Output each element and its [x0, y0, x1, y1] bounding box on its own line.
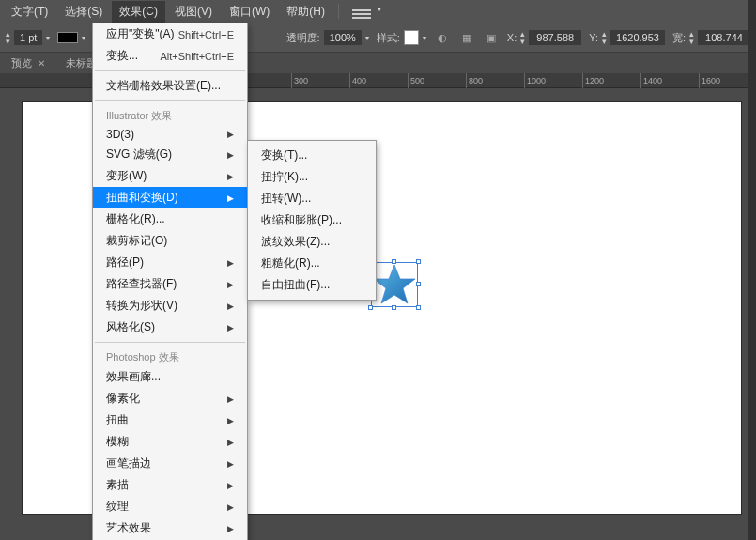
- opacity-field[interactable]: 透明度: 100% ▾: [286, 30, 369, 45]
- tab-label: 预览: [11, 56, 32, 70]
- menu-bar: 文字(T) 选择(S) 效果(C) 视图(V) 窗口(W) 帮助(H) ▾: [0, 0, 756, 23]
- coord-x-field[interactable]: X: ▴▾ 987.588: [507, 30, 581, 45]
- resize-handle[interactable]: [416, 282, 421, 286]
- menu-item-ai-5[interactable]: 裁剪标记(O): [93, 230, 247, 252]
- menu-item-label: 扭曲: [106, 412, 129, 428]
- menu-item-last-effect[interactable]: 变换... Alt+Shift+Ctrl+E: [93, 45, 247, 67]
- submenu-arrow-icon: ▶: [227, 502, 234, 512]
- menu-item-label: 风格化(S): [106, 319, 155, 335]
- menu-item-label: 模糊: [106, 434, 129, 450]
- menu-item-ps-2[interactable]: 扭曲▶: [93, 409, 247, 431]
- menu-item-ps-0[interactable]: 效果画廊...: [93, 366, 247, 388]
- graphic-style-field[interactable]: 样式: ▾: [377, 30, 426, 45]
- menu-item-ai-8[interactable]: 转换为形状(V)▶: [93, 295, 247, 316]
- close-icon[interactable]: ✕: [38, 58, 45, 69]
- resize-handle[interactable]: [368, 305, 373, 310]
- menu-item-ai-1[interactable]: SVG 滤镜(G)▶: [93, 144, 247, 165]
- panel-dock-bar[interactable]: [748, 0, 756, 540]
- separator: [95, 100, 245, 101]
- resize-handle[interactable]: [416, 259, 421, 264]
- menu-help[interactable]: 帮助(H): [279, 1, 332, 23]
- coord-y-value[interactable]: 1620.953: [610, 30, 665, 45]
- align-grid-icon[interactable]: ▦: [458, 29, 475, 46]
- style-label: 样式:: [377, 31, 400, 45]
- menu-view[interactable]: 视图(V): [167, 1, 220, 23]
- menu-item-ps-7[interactable]: 艺术效果▶: [93, 517, 247, 539]
- coord-y-field[interactable]: Y: ▴▾ 1620.953: [589, 30, 665, 45]
- stepper-icon: ▴▾: [520, 30, 525, 45]
- stroke-weight-field[interactable]: ▴▾ 1 pt ▾: [6, 30, 50, 45]
- menu-item-label: 路径(P): [106, 255, 144, 270]
- chevron-down-icon: ▾: [46, 34, 50, 42]
- separator: [95, 342, 245, 343]
- menu-item-label: 3D(3): [106, 128, 134, 141]
- resize-handle[interactable]: [392, 259, 396, 264]
- width-field[interactable]: 宽: ▴▾ 108.744: [672, 30, 750, 45]
- menu-item-label: 素描: [106, 477, 129, 493]
- menu-item-ai-6[interactable]: 路径(P)▶: [93, 252, 247, 273]
- coord-x-value[interactable]: 987.588: [529, 30, 581, 45]
- separator: [338, 4, 339, 19]
- menu-item-ai-0[interactable]: 3D(3)▶: [93, 125, 247, 144]
- svg-marker-0: [374, 265, 415, 303]
- submenu-arrow-icon: ▶: [227, 150, 234, 160]
- submenu-item-0[interactable]: 变换(T)...: [248, 145, 376, 166]
- menu-effect[interactable]: 效果(C): [112, 1, 165, 23]
- list-icon: [352, 9, 371, 23]
- width-value[interactable]: 108.744: [698, 30, 750, 45]
- submenu-item-3[interactable]: 收缩和膨胀(P)...: [248, 209, 376, 231]
- ruler-tick: 400: [349, 73, 366, 88]
- menu-item-ps-3[interactable]: 模糊▶: [93, 431, 247, 453]
- submenu-arrow-icon: ▶: [227, 438, 234, 447]
- menu-item-label: 效果画廊...: [106, 369, 161, 385]
- menu-window[interactable]: 窗口(W): [222, 1, 277, 23]
- menu-item-label: 裁剪标记(O): [106, 233, 167, 249]
- menu-item-ai-3[interactable]: 扭曲和变换(D)▶: [93, 187, 247, 208]
- menu-item-ps-1[interactable]: 像素化▶: [93, 388, 247, 409]
- menu-item-apply-last-effect[interactable]: 应用"变换"(A) Shift+Ctrl+E: [93, 23, 247, 45]
- submenu-item-4[interactable]: 波纹效果(Z)...: [248, 231, 376, 253]
- submenu-item-2[interactable]: 扭转(W)...: [248, 188, 376, 209]
- resize-handle[interactable]: [392, 305, 396, 310]
- selected-star-object[interactable]: [371, 262, 418, 307]
- submenu-item-6[interactable]: 自由扭曲(F)...: [248, 274, 376, 296]
- distort-transform-submenu: 变换(T)...扭拧(K)...扭转(W)...收缩和膨胀(P)...波纹效果(…: [247, 140, 377, 301]
- menu-text[interactable]: 文字(T): [4, 1, 55, 23]
- submenu-item-1[interactable]: 扭拧(K)...: [248, 166, 376, 188]
- menu-item-label: 转换为形状(V): [106, 298, 177, 314]
- resize-handle[interactable]: [416, 305, 421, 310]
- section-label-illustrator: Illustrator 效果: [93, 105, 247, 125]
- menu-item-label: 应用"变换"(A): [106, 26, 175, 42]
- menu-item-ps-5[interactable]: 素描▶: [93, 474, 247, 496]
- menu-item-ps-4[interactable]: 画笔描边▶: [93, 453, 247, 474]
- transform-panel-icon[interactable]: ▣: [483, 29, 500, 46]
- stroke-cap-control[interactable]: ▾: [57, 32, 85, 43]
- effects-menu-dropdown: 应用"变换"(A) Shift+Ctrl+E 变换... Alt+Shift+C…: [92, 23, 248, 540]
- menu-item-label: 纹理: [106, 499, 129, 515]
- submenu-arrow-icon: ▶: [227, 193, 234, 203]
- menu-item-ai-4[interactable]: 栅格化(R)...: [93, 208, 247, 230]
- menu-item-ai-7[interactable]: 路径查找器(F)▶: [93, 273, 247, 295]
- menu-item-label: 文档栅格效果设置(E)...: [106, 78, 221, 94]
- submenu-arrow-icon: ▶: [227, 172, 234, 181]
- menu-item-ai-2[interactable]: 变形(W)▶: [93, 165, 247, 187]
- ruler-tick: 1400: [640, 73, 662, 88]
- width-label: 宽:: [672, 31, 686, 45]
- menu-item-ps-6[interactable]: 纹理▶: [93, 496, 247, 517]
- chevron-down-icon: ▾: [365, 34, 369, 42]
- stepper-icon: ▴▾: [689, 30, 694, 45]
- menu-item-ai-9[interactable]: 风格化(S)▶: [93, 316, 247, 338]
- chevron-down-icon: ▾: [378, 5, 381, 13]
- menu-item-doc-raster-settings[interactable]: 文档栅格效果设置(E)...: [93, 75, 247, 97]
- workspace-switcher[interactable]: ▾: [345, 0, 389, 25]
- opacity-value[interactable]: 100%: [324, 30, 362, 45]
- stroke-weight-value[interactable]: 1 pt: [14, 30, 42, 45]
- menu-item-label: 艺术效果: [106, 520, 151, 536]
- menu-item-label: 像素化: [106, 391, 140, 407]
- tab-preview[interactable]: 预览 ✕: [4, 54, 53, 73]
- menu-select[interactable]: 选择(S): [57, 1, 110, 23]
- submenu-item-5[interactable]: 粗糙化(R)...: [248, 253, 376, 274]
- shortcut-label: Shift+Ctrl+E: [178, 29, 234, 40]
- recolor-icon[interactable]: ◐: [434, 29, 451, 46]
- submenu-arrow-icon: ▶: [227, 459, 234, 469]
